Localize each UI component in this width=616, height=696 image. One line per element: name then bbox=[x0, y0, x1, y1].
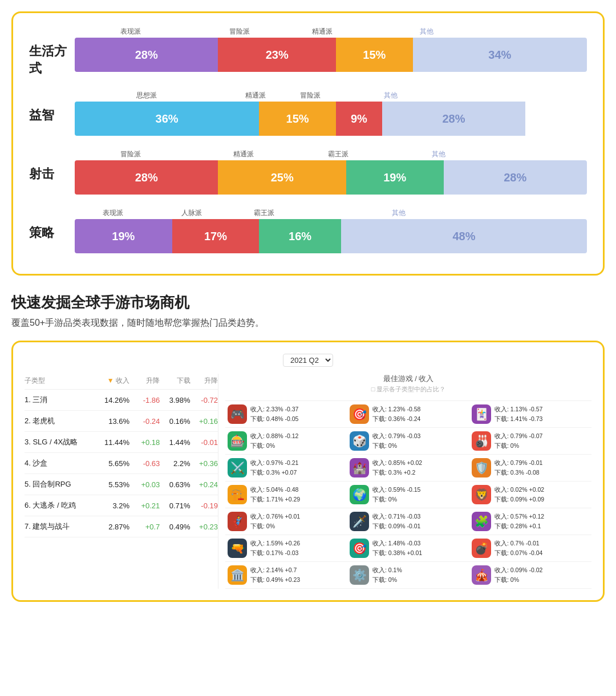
bar-pct-3-3: 48% bbox=[452, 230, 475, 243]
game-stats-2-2: 收入: 0.79% -0.01下载: 0.3% -0.08 bbox=[495, 458, 542, 478]
bar-wrapper-1: 36%15%9%28% bbox=[75, 102, 587, 136]
game-icon-6-2: 🎪 bbox=[472, 565, 491, 585]
game-icon-4-2: 🧩 bbox=[472, 512, 491, 531]
game-icon-2-2: 🛡️ bbox=[472, 458, 491, 478]
genre-row-3: 策略表现派人脉派霸王派其他19%17%16%48% bbox=[29, 208, 587, 253]
game-icon-4-1: 🗡️ bbox=[350, 512, 369, 531]
row-2-cell-0: 3. SLG / 4X战略 bbox=[25, 437, 91, 447]
col-header-subtype: 子类型 bbox=[25, 376, 91, 386]
bar-wrapper-2: 28%25%19%28% bbox=[75, 160, 587, 195]
row-3-cell-1: 5.65% bbox=[91, 459, 129, 468]
legend-item-3-3: 其他 bbox=[303, 208, 495, 218]
row-6-cell-3: 0.49% bbox=[160, 523, 190, 531]
bar-seg-2-2: 19% bbox=[346, 160, 444, 195]
bar-pct-2-1: 25% bbox=[271, 171, 294, 184]
col-header-dlChg: 升降 bbox=[191, 376, 218, 386]
game-icon-3-0: 🏗️ bbox=[228, 485, 247, 504]
top-card: 生活方式表现派冒险派精通派其他28%23%15%34%益智思想派精通派冒险派其他… bbox=[11, 11, 605, 276]
main-title: 快速发掘全球手游市场商机 bbox=[11, 293, 605, 313]
row-6-cell-0: 7. 建筑与战斗 bbox=[25, 521, 91, 532]
row-4-cell-2: +0.03 bbox=[129, 480, 160, 489]
game-stats-2-0: 收入: 0.97% -0.21下载: 0.3% +0.07 bbox=[250, 458, 298, 478]
game-icon-2-0: ⚔️ bbox=[228, 458, 247, 478]
legend-item-3-0: 表现派 bbox=[75, 208, 151, 218]
game-cell-2-0: ⚔️收入: 0.97% -0.21下载: 0.3% +0.07 bbox=[225, 457, 347, 479]
bar-wrapper-3: 19%17%16%48% bbox=[75, 219, 587, 253]
game-cell-4-1: 🗡️收入: 0.71% -0.03下载: 0.09% -0.01 bbox=[347, 511, 469, 532]
bar-pct-2-3: 28% bbox=[504, 171, 526, 184]
legend-row-2: 冒险派精通派霸王派其他 bbox=[75, 149, 587, 159]
game-icon-5-2: 💣 bbox=[472, 539, 491, 558]
genre-row-2: 射击冒险派精通派霸王派其他28%25%19%28% bbox=[29, 149, 587, 195]
table-row-3: 4. 沙盒5.65%-0.632.2%+0.36 bbox=[25, 453, 218, 474]
bar-seg-3-0: 19% bbox=[75, 219, 172, 253]
game-icon-3-2: 🦁 bbox=[472, 485, 491, 504]
table-row-1: 2. 老虎机13.6%-0.240.16%+0.16 bbox=[25, 411, 218, 432]
game-stats-4-1: 收入: 0.71% -0.03下载: 0.09% -0.01 bbox=[372, 512, 420, 531]
table-row-6: 7. 建筑与战斗2.87%+0.70.49%+0.23 bbox=[25, 516, 218, 537]
legend-item-0-0: 表现派 bbox=[75, 27, 187, 37]
quarter-selector[interactable]: 2021 Q2 bbox=[283, 354, 333, 367]
legend-item-2-1: 精通派 bbox=[193, 149, 293, 159]
row-3-cell-0: 4. 沙盒 bbox=[25, 458, 91, 468]
game-cell-5-2: 💣收入: 0.7% -0.01下载: 0.07% -0.04 bbox=[469, 537, 591, 559]
row-6-cell-4: +0.23 bbox=[191, 523, 218, 531]
row-1-cell-1: 13.6% bbox=[91, 417, 129, 426]
game-cell-1-2: 🎳收入: 0.79% -0.07下载: 0% bbox=[469, 430, 591, 452]
game-stats-1-2: 收入: 0.79% -0.07下载: 0% bbox=[495, 431, 542, 451]
legend-item-3-2: 霸王派 bbox=[232, 208, 296, 218]
right-area: 最佳游戏 / 收入□ 显示各子类型中的占比？🎮收入: 2.33% -0.37下载… bbox=[218, 374, 591, 589]
game-icon-0-0: 🎮 bbox=[228, 404, 247, 424]
genre-label-3: 策略 bbox=[29, 208, 75, 241]
genre-row-0: 生活方式表现派冒险派精通派其他28%23%15%34% bbox=[29, 27, 587, 77]
game-cell-3-0: 🏗️收入: 5.04% -0.48下载: 1.71% +0.29 bbox=[225, 484, 347, 505]
row-2-cell-2: +0.18 bbox=[129, 438, 160, 447]
game-stats-5-0: 收入: 1.59% +0.26下载: 0.17% -0.03 bbox=[250, 539, 300, 558]
bar-seg-2-3: 28% bbox=[444, 160, 587, 195]
genre-content-1: 思想派精通派冒险派其他36%15%9%28% bbox=[75, 91, 587, 136]
table-main-area: 子类型▼ 收入升降下载升降1. 三消14.26%-1.863.98%-0.722… bbox=[25, 374, 591, 589]
row-0-cell-4: -0.72 bbox=[191, 396, 218, 404]
bar-pct-0-0: 28% bbox=[135, 48, 158, 62]
table-row-2: 3. SLG / 4X战略11.44%+0.181.44%-0.01 bbox=[25, 432, 218, 453]
legend-item-2-2: 霸王派 bbox=[300, 149, 376, 159]
game-stats-0-2: 收入: 1.13% -0.57下载: 1.41% -0.73 bbox=[495, 404, 542, 424]
game-cell-0-0: 🎮收入: 2.33% -0.37下载: 0.48% -0.05 bbox=[225, 403, 347, 425]
genre-label-2: 射击 bbox=[29, 149, 75, 183]
game-cell-5-0: 🔫收入: 1.59% +0.26下载: 0.17% -0.03 bbox=[225, 537, 347, 559]
bar-seg-0-0: 28% bbox=[75, 38, 218, 72]
genre-label-1: 益智 bbox=[29, 91, 75, 124]
bar-pct-1-2: 9% bbox=[351, 112, 367, 126]
bar-pct-1-3: 28% bbox=[442, 112, 465, 126]
game-cell-4-2: 🧩收入: 0.57% +0.12下载: 0.28% +0.1 bbox=[469, 511, 591, 532]
row-0-cell-3: 3.98% bbox=[160, 396, 190, 404]
heading-section: 快速发掘全球手游市场商机 覆盖50+手游品类表现数据，随时随地帮您掌握热门品类趋… bbox=[11, 293, 605, 329]
row-2-cell-1: 11.44% bbox=[91, 438, 129, 447]
col-header-rev: ▼ 收入 bbox=[91, 376, 129, 386]
bar-pct-0-2: 15% bbox=[363, 48, 386, 62]
row-6-cell-2: +0.7 bbox=[129, 523, 160, 531]
game-cell-4-0: 🦸收入: 0.76% +0.01下载: 0% bbox=[225, 511, 347, 532]
game-icon-1-1: 🎲 bbox=[350, 431, 369, 451]
game-stats-0-0: 收入: 2.33% -0.37下载: 0.48% -0.05 bbox=[250, 404, 298, 424]
bar-wrapper-0: 28%23%15%34% bbox=[75, 38, 587, 72]
game-cell-3-1: 🌍收入: 0.59% -0.15下载: 0% bbox=[347, 484, 469, 505]
game-cell-6-1: ⚙️收入: 0.1%下载: 0% bbox=[347, 564, 469, 586]
game-stats-3-1: 收入: 0.59% -0.15下载: 0% bbox=[372, 485, 420, 504]
bar-pct-2-2: 19% bbox=[383, 171, 406, 184]
show-pct-label: □ 显示各子类型中的占比？ bbox=[225, 385, 591, 394]
game-cell-0-2: 🃏收入: 1.13% -0.57下载: 1.41% -0.73 bbox=[469, 403, 591, 425]
bar-pct-1-1: 15% bbox=[286, 112, 309, 126]
row-4-cell-3: 0.63% bbox=[160, 480, 190, 489]
bar-pct-1-0: 36% bbox=[156, 112, 179, 126]
game-stats-5-1: 收入: 1.48% -0.03下载: 0.38% +0.01 bbox=[372, 539, 422, 558]
legend-item-3-1: 人脉派 bbox=[157, 208, 225, 218]
game-stats-1-0: 收入: 0.88% -0.12下载: 0% bbox=[250, 431, 298, 451]
bottom-card: 2021 Q2子类型▼ 收入升降下载升降1. 三消14.26%-1.863.98… bbox=[11, 341, 605, 602]
bar-seg-2-0: 28% bbox=[75, 160, 218, 195]
bar-seg-0-3: 34% bbox=[413, 38, 587, 72]
row-3-cell-2: -0.63 bbox=[129, 459, 160, 468]
row-4-cell-4: +0.24 bbox=[191, 480, 218, 489]
game-stats-6-0: 收入: 2.14% +0.7下载: 0.49% +0.23 bbox=[250, 565, 300, 585]
game-stats-5-2: 收入: 0.7% -0.01下载: 0.07% -0.04 bbox=[495, 539, 542, 558]
